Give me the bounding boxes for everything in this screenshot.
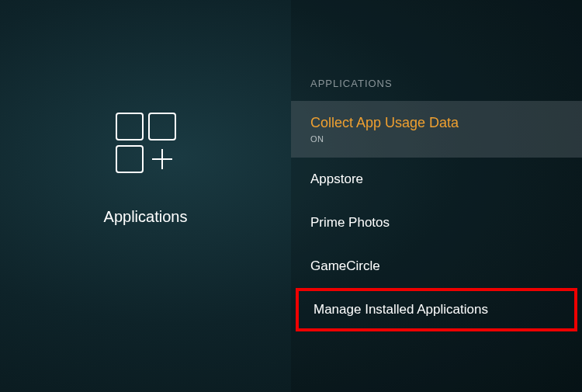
svg-rect-1 [149, 113, 175, 140]
applications-icon [107, 104, 185, 185]
menu-item-title: GameCircle [310, 258, 563, 274]
menu-item-title: Prime Photos [310, 215, 563, 231]
applications-label: Applications [104, 208, 188, 226]
menu-item-appstore[interactable]: Appstore [291, 158, 582, 201]
menu-item-subtitle: ON [310, 134, 563, 144]
menu-item-title: Appstore [310, 172, 563, 187]
menu-item-title: Collect App Usage Data [310, 115, 563, 131]
svg-rect-0 [116, 113, 143, 140]
section-header: APPLICATIONS [291, 78, 582, 101]
svg-rect-2 [116, 146, 143, 172]
right-panel: APPLICATIONS Collect App Usage Data ON A… [291, 0, 582, 392]
menu-item-prime-photos[interactable]: Prime Photos [291, 201, 582, 245]
menu-item-title: Manage Installed Applications [314, 302, 559, 317]
menu-item-manage-installed-apps[interactable]: Manage Installed Applications [296, 288, 577, 331]
left-panel: Applications [0, 0, 291, 392]
menu-item-gamecircle[interactable]: GameCircle [291, 245, 582, 288]
menu-item-collect-app-usage[interactable]: Collect App Usage Data ON [291, 101, 582, 158]
